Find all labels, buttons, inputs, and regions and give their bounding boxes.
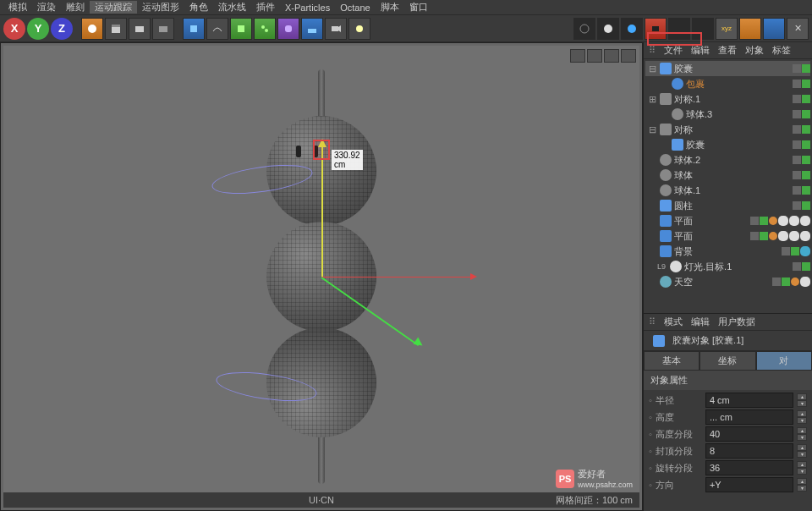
- menu-bar[interactable]: 模拟 渲染 雕刻 运动跟踪 运动图形 角色 流水线 插件 X-Particles…: [0, 0, 812, 15]
- nav-zoom-icon[interactable]: [587, 49, 602, 63]
- tree-tags[interactable]: [782, 246, 810, 256]
- menu-simulate[interactable]: 模拟: [3, 1, 32, 14]
- gizmo-y-axis[interactable]: [321, 141, 323, 277]
- tree-row-9[interactable]: 圆柱: [645, 198, 810, 213]
- attr-value-input[interactable]: 4 cm: [705, 393, 793, 408]
- tree-row-14[interactable]: 天空: [645, 274, 810, 289]
- axis-x-button[interactable]: X: [3, 18, 25, 40]
- attr-value-input[interactable]: 36: [705, 460, 793, 475]
- tree-tags[interactable]: [793, 171, 810, 179]
- view-opt2[interactable]: [692, 18, 714, 40]
- tool-render[interactable]: [81, 18, 103, 40]
- nav-rotate-icon[interactable]: [604, 49, 619, 63]
- menu-pipeline[interactable]: 流水线: [213, 1, 251, 14]
- tool-settings[interactable]: [152, 18, 174, 40]
- tree-row-7[interactable]: 球体: [645, 168, 810, 183]
- tree-row-2[interactable]: ⊞对称.1: [645, 91, 810, 107]
- menu-script[interactable]: 脚本: [376, 1, 404, 14]
- ah-edit[interactable]: 编辑: [691, 316, 710, 328]
- tree-row-8[interactable]: 球体.1: [645, 183, 810, 198]
- tree-row-6[interactable]: 球体.2: [645, 152, 810, 168]
- axis-z-button[interactable]: Z: [51, 18, 73, 40]
- tree-row-0[interactable]: ⊟胶囊: [645, 61, 810, 76]
- tree-row-1[interactable]: 包裹: [645, 76, 810, 91]
- menu-mograph[interactable]: 运动图形: [137, 1, 184, 14]
- spinner[interactable]: ▴▾: [797, 444, 807, 458]
- tree-toggle-icon[interactable]: ⊞: [649, 94, 657, 105]
- tool-camera[interactable]: [325, 18, 347, 40]
- tree-toggle-icon[interactable]: ⊟: [649, 124, 657, 135]
- tool-spline[interactable]: [206, 18, 228, 40]
- ph-object[interactable]: 对象: [745, 44, 764, 57]
- axis-y-button[interactable]: Y: [27, 18, 49, 40]
- tree-row-12[interactable]: 背景: [645, 244, 810, 259]
- tree-toggle-icon[interactable]: ⊟: [649, 63, 657, 74]
- ah-user[interactable]: 用户数据: [718, 316, 755, 328]
- ph-file[interactable]: 文件: [664, 44, 683, 57]
- menu-octane[interactable]: Octane: [335, 3, 375, 13]
- tree-tags[interactable]: [793, 125, 810, 134]
- tab-basic[interactable]: 基本: [644, 351, 700, 371]
- viewport[interactable]: 330.92 cm UI·CN 网格间距：100 cm PS 爱好者 www.p…: [0, 42, 643, 511]
- attr-value-input[interactable]: +Y: [705, 477, 793, 492]
- spinner[interactable]: ▴▾: [797, 393, 807, 407]
- tree-tags[interactable]: [750, 216, 810, 226]
- tree-tags[interactable]: [793, 140, 810, 149]
- tree-tags[interactable]: [772, 277, 810, 287]
- ph-tags[interactable]: 标签: [772, 44, 791, 57]
- tree-row-3[interactable]: 球体.3: [645, 107, 810, 122]
- tab-object[interactable]: 对: [756, 351, 812, 371]
- menu-window[interactable]: 窗口: [404, 1, 433, 14]
- tree-tags[interactable]: [793, 262, 810, 271]
- gizmo-xyz[interactable]: xyz: [716, 18, 738, 40]
- attr-value-input[interactable]: 8: [705, 443, 793, 459]
- tool-nurbs[interactable]: [230, 18, 252, 40]
- menu-sculpt[interactable]: 雕刻: [61, 1, 90, 14]
- spinner[interactable]: ▴▾: [797, 427, 807, 441]
- tree-tags[interactable]: [793, 186, 810, 195]
- tool-cube[interactable]: [183, 18, 205, 40]
- tree-row-5[interactable]: 胶囊: [645, 137, 810, 152]
- tree-tags[interactable]: [793, 95, 810, 103]
- object-tree[interactable]: ⊟胶囊包裹⊞对称.1球体.3⊟对称胶囊球体.2球体球体.1圆柱平面平面背景L9灯…: [644, 59, 812, 313]
- nav-layout-icon[interactable]: [621, 49, 636, 63]
- tool-deform[interactable]: [277, 18, 299, 40]
- tree-tags[interactable]: [793, 201, 810, 210]
- tree-tags[interactable]: [793, 80, 810, 88]
- spinner[interactable]: ▴▾: [797, 461, 807, 475]
- tree-row-4[interactable]: ⊟对称: [645, 122, 810, 137]
- tree-row-10[interactable]: 平面: [645, 213, 810, 228]
- ph-view[interactable]: 查看: [718, 44, 737, 57]
- view-nav2[interactable]: [763, 18, 785, 40]
- tree-row-11[interactable]: 平面: [645, 228, 810, 244]
- tool-scene[interactable]: [301, 18, 323, 40]
- tree-tags[interactable]: [793, 64, 810, 73]
- tab-coord[interactable]: 坐标: [700, 351, 755, 371]
- view-iso[interactable]: [573, 18, 595, 40]
- tool-light[interactable]: [348, 18, 370, 40]
- ah-mode[interactable]: 模式: [664, 316, 683, 328]
- gizmo-z-axis[interactable]: [321, 277, 322, 277]
- view-close[interactable]: ✕: [787, 18, 809, 40]
- tool-clapper[interactable]: [105, 18, 127, 40]
- nav-pan-icon[interactable]: [570, 49, 585, 63]
- menu-tracking[interactable]: 运动跟踪: [90, 1, 137, 14]
- ph-edit[interactable]: 编辑: [691, 44, 710, 57]
- view-record[interactable]: [645, 18, 667, 40]
- menu-plugins[interactable]: 插件: [251, 1, 280, 14]
- menu-character[interactable]: 角色: [184, 1, 213, 14]
- menu-render[interactable]: 渲染: [32, 1, 61, 14]
- view-opt1[interactable]: [668, 18, 690, 40]
- view-nav1[interactable]: [739, 18, 761, 40]
- tree-tags[interactable]: [750, 231, 810, 241]
- tree-row-13[interactable]: L9灯光.目标.1: [645, 259, 810, 274]
- tree-tags[interactable]: [793, 110, 810, 118]
- view-grid[interactable]: [597, 18, 619, 40]
- attr-value-input[interactable]: 40: [705, 426, 793, 442]
- attr-value-input[interactable]: ... cm: [705, 409, 793, 425]
- menu-xparticles[interactable]: X-Particles: [280, 3, 335, 13]
- tool-array[interactable]: [254, 18, 276, 40]
- gizmo-x-axis[interactable]: [321, 277, 474, 277]
- spinner[interactable]: ▴▾: [797, 478, 807, 492]
- view-shade[interactable]: [621, 18, 643, 40]
